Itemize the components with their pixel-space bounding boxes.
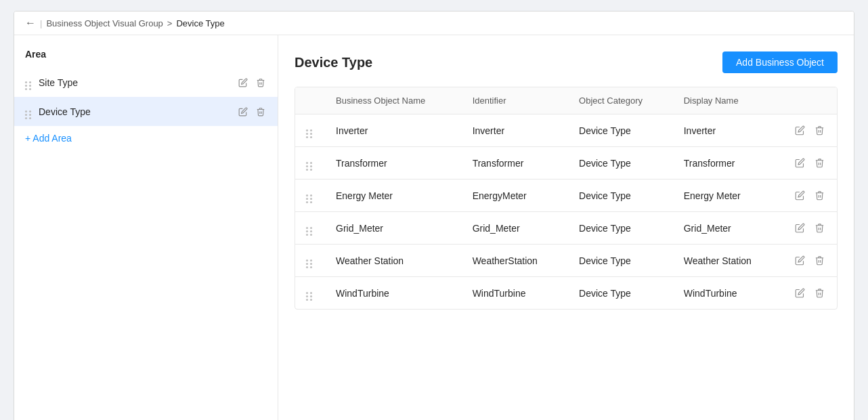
col-drag bbox=[295, 87, 325, 114]
add-area-label: + Add Area bbox=[25, 133, 72, 144]
row-actions-cell bbox=[783, 180, 837, 212]
row-edit-button[interactable] bbox=[794, 124, 806, 137]
breadcrumb-sep: | bbox=[40, 18, 42, 28]
row-delete-button[interactable] bbox=[813, 189, 826, 202]
delete-site-type-button[interactable] bbox=[255, 77, 267, 89]
drag-handle-device-type bbox=[25, 104, 33, 119]
row-actions-cell bbox=[783, 277, 837, 310]
row-actions-cell bbox=[783, 114, 837, 147]
sidebar-item-actions-device-type bbox=[237, 106, 267, 118]
add-business-object-button[interactable]: Add Business Object bbox=[722, 51, 838, 73]
row-drag-handle bbox=[306, 129, 314, 138]
row-display-name: Inverter bbox=[673, 114, 783, 147]
row-category: Device Type bbox=[568, 245, 673, 277]
row-identifier: Inverter bbox=[462, 114, 568, 147]
row-name: WindTurbine bbox=[325, 277, 462, 310]
row-drag-handle bbox=[306, 194, 314, 203]
row-identifier: Grid_Meter bbox=[462, 212, 568, 245]
row-identifier: WindTurbine bbox=[462, 277, 568, 310]
col-name: Business Object Name bbox=[325, 87, 462, 114]
row-drag-handle bbox=[306, 162, 314, 171]
table-header-row: Business Object Name Identifier Object C… bbox=[295, 87, 837, 114]
sidebar-item-device-type[interactable]: Device Type bbox=[14, 97, 278, 126]
row-display-name: WindTurbine bbox=[673, 277, 783, 310]
row-name: Inverter bbox=[325, 114, 462, 147]
row-edit-button[interactable] bbox=[794, 189, 806, 202]
row-category: Device Type bbox=[568, 212, 673, 245]
table-row: Inverter Inverter Device Type Inverter bbox=[295, 114, 837, 147]
row-drag-cell bbox=[295, 212, 325, 245]
edit-site-type-button[interactable] bbox=[237, 77, 249, 89]
row-display-name: Grid_Meter bbox=[673, 212, 783, 245]
row-display-name: Weather Station bbox=[673, 245, 783, 277]
back-button[interactable]: ← bbox=[25, 17, 36, 29]
sidebar: Area Site Type bbox=[14, 35, 278, 420]
row-name: Weather Station bbox=[325, 245, 462, 277]
row-drag-handle bbox=[306, 227, 314, 236]
table-row: WindTurbine WindTurbine Device Type Wind… bbox=[295, 277, 837, 310]
row-drag-cell bbox=[295, 180, 325, 212]
sidebar-item-site-type[interactable]: Site Type bbox=[14, 68, 278, 97]
col-category: Object Category bbox=[568, 87, 673, 114]
col-actions bbox=[783, 87, 837, 114]
row-identifier: WeatherStation bbox=[462, 245, 568, 277]
row-category: Device Type bbox=[568, 114, 673, 147]
row-name: Transformer bbox=[325, 147, 462, 180]
row-drag-cell bbox=[295, 245, 325, 277]
row-category: Device Type bbox=[568, 277, 673, 310]
row-drag-cell bbox=[295, 147, 325, 180]
row-name: Energy Meter bbox=[325, 180, 462, 212]
content-title: Device Type bbox=[295, 55, 372, 70]
row-delete-button[interactable] bbox=[813, 222, 826, 234]
table-row: Transformer Transformer Device Type Tran… bbox=[295, 147, 837, 180]
page-container: ← | Business Object Visual Group > Devic… bbox=[14, 11, 854, 420]
delete-device-type-button[interactable] bbox=[255, 106, 267, 118]
row-actions-cell bbox=[783, 147, 837, 180]
sidebar-item-label-device-type: Device Type bbox=[39, 106, 237, 117]
row-category: Device Type bbox=[568, 180, 673, 212]
content-area: Device Type Add Business Object Business… bbox=[278, 35, 854, 420]
breadcrumb-current: Device Type bbox=[176, 18, 224, 28]
sidebar-title: Area bbox=[14, 46, 278, 68]
add-area-button[interactable]: + Add Area bbox=[14, 126, 278, 150]
row-edit-button[interactable] bbox=[794, 222, 806, 234]
row-actions-cell bbox=[783, 245, 837, 277]
table-row: Energy Meter EnergyMeter Device Type Ene… bbox=[295, 180, 837, 212]
breadcrumb-arrow: > bbox=[167, 18, 173, 28]
business-objects-table-container: Business Object Name Identifier Object C… bbox=[295, 87, 838, 310]
row-delete-button[interactable] bbox=[813, 287, 826, 299]
breadcrumb-group-link[interactable]: Business Object Visual Group bbox=[46, 18, 162, 28]
row-category: Device Type bbox=[568, 147, 673, 180]
row-delete-button[interactable] bbox=[813, 254, 826, 267]
row-actions-cell bbox=[783, 212, 837, 245]
business-objects-table: Business Object Name Identifier Object C… bbox=[295, 87, 837, 309]
row-edit-button[interactable] bbox=[794, 254, 806, 267]
row-display-name: Transformer bbox=[673, 147, 783, 180]
sidebar-item-label-site-type: Site Type bbox=[39, 77, 237, 88]
content-header: Device Type Add Business Object bbox=[295, 51, 838, 73]
row-drag-cell bbox=[295, 114, 325, 147]
table-row: Weather Station WeatherStation Device Ty… bbox=[295, 245, 837, 277]
row-delete-button[interactable] bbox=[813, 124, 826, 137]
row-identifier: EnergyMeter bbox=[462, 180, 568, 212]
row-name: Grid_Meter bbox=[325, 212, 462, 245]
row-drag-handle bbox=[306, 292, 314, 301]
breadcrumb: ← | Business Object Visual Group > Devic… bbox=[14, 12, 854, 35]
row-identifier: Transformer bbox=[462, 147, 568, 180]
sidebar-item-actions-site-type bbox=[237, 77, 267, 89]
col-identifier: Identifier bbox=[462, 87, 568, 114]
row-edit-button[interactable] bbox=[794, 156, 806, 169]
row-edit-button[interactable] bbox=[794, 287, 806, 299]
row-drag-handle bbox=[306, 259, 314, 268]
row-delete-button[interactable] bbox=[813, 156, 826, 169]
drag-handle-site-type bbox=[25, 75, 33, 90]
row-display-name: Energy Meter bbox=[673, 180, 783, 212]
table-row: Grid_Meter Grid_Meter Device Type Grid_M… bbox=[295, 212, 837, 245]
edit-device-type-button[interactable] bbox=[237, 106, 249, 118]
row-drag-cell bbox=[295, 277, 325, 310]
main-layout: Area Site Type bbox=[14, 35, 854, 420]
col-display-name: Display Name bbox=[673, 87, 783, 114]
